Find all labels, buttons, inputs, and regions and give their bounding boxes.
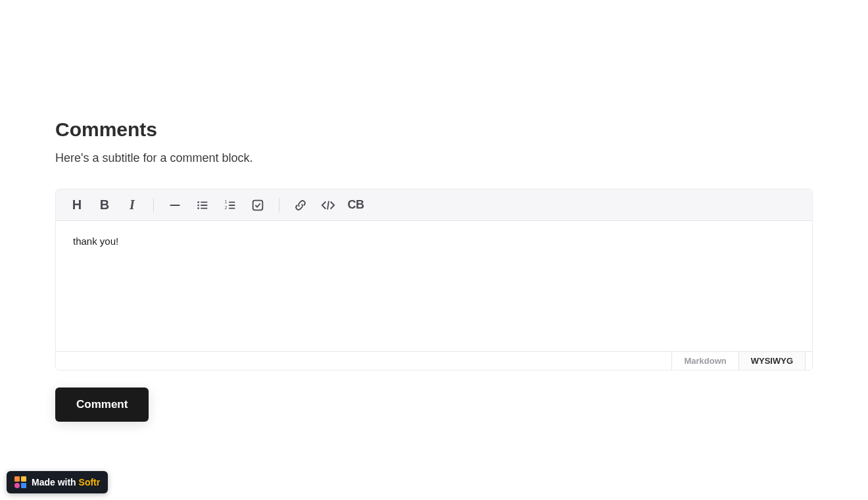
svg-point-5 bbox=[197, 207, 199, 209]
markdown-tab[interactable]: Markdown bbox=[671, 352, 738, 370]
horizontal-rule-icon bbox=[168, 198, 182, 213]
checklist-icon bbox=[251, 198, 265, 213]
editor-textarea[interactable]: thank you! bbox=[56, 221, 812, 351]
checklist-button[interactable] bbox=[249, 196, 267, 214]
heading-button[interactable]: H bbox=[68, 196, 86, 214]
softr-badge-brand: Softr bbox=[79, 477, 101, 488]
svg-line-13 bbox=[327, 201, 329, 209]
link-button[interactable] bbox=[291, 196, 310, 214]
svg-point-3 bbox=[197, 204, 199, 206]
code-icon bbox=[320, 198, 337, 213]
ordered-list-icon: 1 2 bbox=[223, 198, 237, 213]
toolbar-separator bbox=[153, 198, 154, 213]
codeblock-icon: CB bbox=[348, 198, 364, 212]
comment-editor: H B I 1 2 bbox=[55, 189, 813, 370]
bold-button[interactable]: B bbox=[95, 196, 114, 214]
svg-text:1: 1 bbox=[225, 199, 228, 204]
toolbar-separator bbox=[279, 198, 279, 213]
softr-badge-prefix: Made with bbox=[32, 477, 79, 488]
unordered-list-icon bbox=[195, 198, 210, 213]
unordered-list-button[interactable] bbox=[193, 196, 212, 214]
editor-toolbar: H B I 1 2 bbox=[56, 189, 812, 221]
svg-text:2: 2 bbox=[225, 205, 228, 210]
softr-badge[interactable]: Made with Softr bbox=[7, 471, 108, 493]
page-title: Comments bbox=[55, 118, 813, 141]
editor-mode-tabs: Markdown WYSIWYG bbox=[671, 352, 806, 370]
softr-logo-icon bbox=[14, 476, 26, 488]
codeblock-button[interactable]: CB bbox=[347, 196, 365, 214]
svg-rect-12 bbox=[253, 200, 263, 210]
horizontal-rule-button[interactable] bbox=[166, 196, 184, 214]
editor-footer: Markdown WYSIWYG bbox=[56, 351, 812, 370]
svg-point-1 bbox=[197, 201, 199, 203]
italic-icon: I bbox=[130, 197, 135, 213]
italic-button[interactable]: I bbox=[123, 196, 141, 214]
code-button[interactable] bbox=[319, 196, 337, 214]
page-subtitle: Here's a subtitle for a comment block. bbox=[55, 151, 813, 165]
bold-icon: B bbox=[100, 197, 109, 213]
heading-icon: H bbox=[72, 197, 82, 213]
link-icon bbox=[293, 198, 308, 213]
softr-badge-text: Made with Softr bbox=[32, 477, 100, 488]
comment-button[interactable]: Comment bbox=[55, 388, 149, 422]
wysiwyg-tab[interactable]: WYSIWYG bbox=[738, 352, 806, 370]
ordered-list-button[interactable]: 1 2 bbox=[221, 196, 239, 214]
